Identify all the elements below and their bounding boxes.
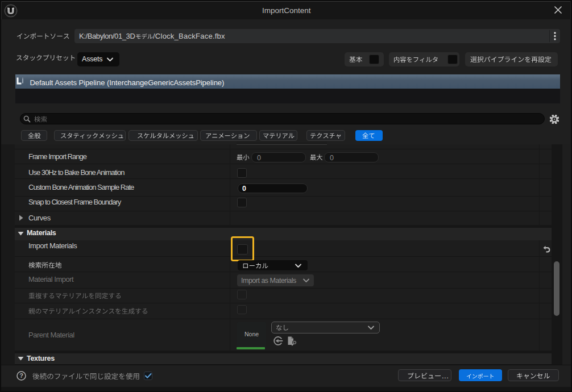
svg-text:?: ?	[19, 372, 23, 379]
